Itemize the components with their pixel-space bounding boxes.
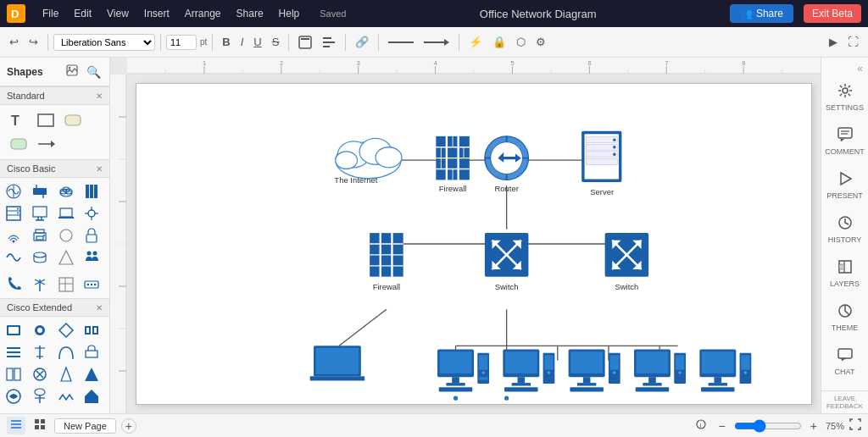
- arrow-shape[interactable]: [34, 134, 58, 154]
- cisco-ext14-shape[interactable]: [30, 386, 50, 407]
- cisco-ext6-shape[interactable]: [30, 342, 50, 362]
- menu-help[interactable]: Help: [272, 6, 307, 21]
- cisco-generic2-shape[interactable]: [56, 247, 76, 268]
- cisco-generic3-shape[interactable]: [56, 274, 76, 295]
- shapes-search-button[interactable]: 🔍: [85, 64, 103, 80]
- cisco-ext9-shape[interactable]: [3, 364, 24, 384]
- cisco-ext5-shape[interactable]: [3, 342, 24, 362]
- cisco-ext10-shape[interactable]: [30, 364, 50, 384]
- cisco-printer-shape[interactable]: [30, 225, 50, 246]
- cisco-server-shape[interactable]: [3, 203, 24, 224]
- text-shape[interactable]: T: [7, 110, 31, 130]
- section-cisco-basic[interactable]: Cisco Basic ✕: [0, 159, 109, 178]
- zoom-out-button[interactable]: −: [715, 418, 729, 434]
- cisco-people-shape[interactable]: [81, 247, 102, 268]
- lightning-button[interactable]: ⚡: [465, 33, 487, 51]
- cisco-ext1-shape[interactable]: [3, 320, 24, 340]
- zoom-info-button[interactable]: i: [692, 417, 710, 434]
- cisco-pc-shape[interactable]: [30, 203, 50, 224]
- zoom-slider[interactable]: [734, 419, 802, 433]
- cisco-ext4-shape[interactable]: [81, 320, 102, 340]
- layers-panel-item[interactable]: LAYERS: [824, 252, 866, 295]
- cisco-antenna-shape[interactable]: [30, 274, 50, 295]
- line-style-button[interactable]: [384, 33, 418, 52]
- cisco-ext15-shape[interactable]: [56, 386, 76, 407]
- cisco-ext11-shape[interactable]: [56, 364, 76, 384]
- format-button[interactable]: [294, 33, 316, 52]
- add-page-button[interactable]: +: [121, 418, 136, 434]
- circle-shape[interactable]: [7, 134, 31, 154]
- right-panel-collapse[interactable]: «: [855, 61, 865, 76]
- cisco-disk-shape[interactable]: [30, 247, 50, 268]
- align-button[interactable]: [318, 33, 340, 52]
- cisco-generic-shape[interactable]: [56, 225, 76, 246]
- leave-feedback-button[interactable]: LEAVEFEEDBACK: [821, 390, 868, 413]
- cisco-router-shape[interactable]: [3, 181, 24, 202]
- cisco-ext2-shape[interactable]: [30, 320, 50, 340]
- play-button[interactable]: ▶: [825, 33, 842, 51]
- undo-button[interactable]: ↩: [5, 33, 23, 51]
- menu-arrange[interactable]: Arrange: [178, 6, 228, 21]
- cisco-wap-shape[interactable]: [3, 225, 24, 246]
- cisco-hub-shape[interactable]: [81, 203, 102, 224]
- section-cisco-basic-close[interactable]: ✕: [96, 164, 103, 174]
- bold-button[interactable]: B: [218, 33, 234, 51]
- italic-button[interactable]: I: [236, 33, 248, 51]
- canvas-area[interactable]: 1 2 3 4 5 6 7 8: [110, 58, 821, 413]
- section-standard-close[interactable]: ✕: [96, 91, 103, 101]
- cisco-ext7-shape[interactable]: [56, 342, 76, 362]
- cisco-switch-shape[interactable]: [30, 181, 50, 202]
- cisco-firewall-shape[interactable]: [81, 181, 102, 202]
- comment-panel-item[interactable]: COMMENT: [824, 120, 866, 163]
- redo-button[interactable]: ↪: [25, 33, 42, 51]
- svg-rect-273: [35, 419, 39, 423]
- font-family-select[interactable]: Liberation Sans: [53, 34, 155, 51]
- cisco-modem-shape[interactable]: [81, 274, 102, 295]
- menu-edit[interactable]: Edit: [67, 6, 98, 21]
- section-cisco-extended[interactable]: Cisco Extended ✕: [0, 298, 109, 317]
- font-size-input[interactable]: [166, 35, 197, 50]
- fullscreen-button[interactable]: [849, 418, 861, 433]
- cisco-lock-shape[interactable]: [81, 225, 102, 246]
- chat-panel-item[interactable]: CHAT: [824, 340, 866, 383]
- cisco-phone-shape[interactable]: [3, 274, 24, 295]
- cisco-ext8-shape[interactable]: [81, 342, 102, 362]
- menu-view[interactable]: View: [100, 6, 136, 21]
- new-page-tab[interactable]: New Page: [54, 418, 116, 434]
- theme-panel-item[interactable]: THEME: [824, 296, 866, 339]
- cisco-ext3-shape[interactable]: [56, 320, 76, 340]
- rect-shape[interactable]: [34, 110, 58, 130]
- shapes-image-button[interactable]: [64, 63, 80, 80]
- rounded-rect-shape[interactable]: [61, 110, 85, 130]
- cisco-laptop-shape[interactable]: [56, 203, 76, 224]
- present-panel-item[interactable]: PRESENT: [824, 164, 866, 207]
- lock-button[interactable]: 🔒: [488, 33, 510, 51]
- exit-beta-button[interactable]: Exit Beta: [804, 4, 861, 23]
- menu-share[interactable]: Share: [230, 6, 270, 21]
- shape-button[interactable]: ⬡: [512, 33, 530, 51]
- cisco-cloud-shape[interactable]: [56, 181, 76, 202]
- settings-panel-item[interactable]: SETTINGS: [824, 76, 866, 119]
- underline-button[interactable]: U: [249, 33, 265, 51]
- cisco-ext12-shape[interactable]: [81, 364, 102, 384]
- share-button[interactable]: 👥 Share: [730, 4, 793, 23]
- section-cisco-extended-close[interactable]: ✕: [96, 303, 103, 313]
- svg-point-153: [359, 138, 392, 164]
- cisco-ext13-shape[interactable]: [3, 386, 24, 407]
- cisco-cable-shape[interactable]: [3, 247, 24, 268]
- section-standard[interactable]: Standard ✕: [0, 86, 109, 105]
- link-button[interactable]: 🔗: [351, 33, 373, 51]
- grid-view-button[interactable]: [31, 417, 49, 434]
- list-view-button[interactable]: [7, 417, 25, 434]
- more-button[interactable]: ⚙: [531, 33, 550, 51]
- svg-rect-276: [41, 425, 45, 429]
- history-panel-item[interactable]: HISTORY: [824, 208, 866, 251]
- menu-insert[interactable]: Insert: [137, 6, 176, 21]
- strikethrough-button[interactable]: S: [268, 33, 284, 51]
- zoom-in-button[interactable]: +: [807, 418, 821, 434]
- fullscreen-toolbar-button[interactable]: ⛶: [843, 33, 863, 51]
- canvas-page[interactable]: The Internet: [136, 83, 812, 405]
- cisco-ext16-shape[interactable]: [81, 386, 102, 407]
- menu-file[interactable]: File: [36, 6, 65, 21]
- arrow-button[interactable]: [420, 33, 453, 52]
